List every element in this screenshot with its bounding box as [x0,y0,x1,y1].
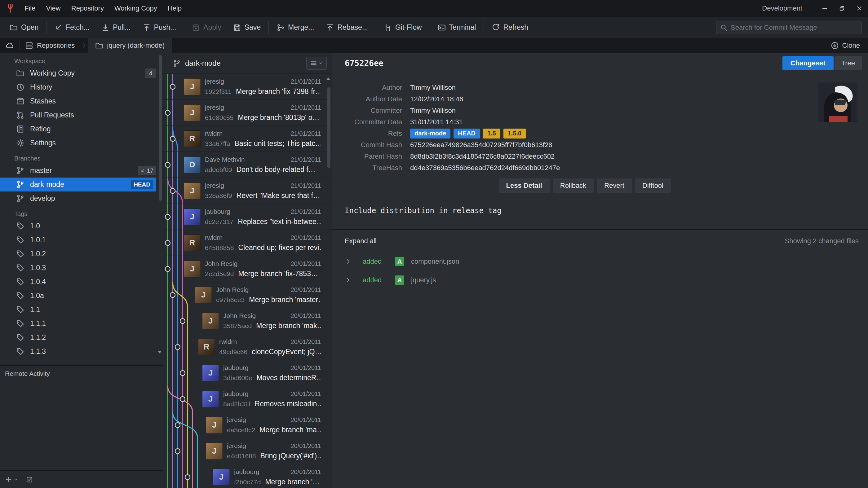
less-detail-button[interactable]: Less Detail [499,178,550,193]
changeset-tab[interactable]: Changeset [782,56,833,70]
toolbar-button-open[interactable]: Open [4,17,44,38]
commit-hash: 1922f311 [205,88,231,95]
commit-row[interactable]: Jjeresig20/01/2011e4d01688Bring jQuery('… [163,438,332,464]
expand-all-button[interactable]: Expand all [345,237,377,245]
detail-value-cell: dark-modeHEAD1.51.5.0 [410,128,856,139]
commit-row[interactable]: Jjaubourg20/01/2011f2b0c77dMerge branch … [163,464,332,488]
commit-row[interactable]: Jjaubourg21/01/2011dc2e7317Replaces "tex… [163,204,332,230]
toolbar-button-push[interactable]: Push... [137,17,182,38]
toolbar-button-rebase[interactable]: Rebase... [320,17,374,38]
search-input[interactable] [731,24,858,32]
sidebar-item-reflog[interactable]: Reflog [0,122,163,136]
difftool-button[interactable]: Difftool [635,178,671,193]
sidebar-item-1-1-3[interactable]: 1.1.3 [0,345,163,358]
detail-fields: AuthorTimmy Willison Author Date12/02/20… [345,82,856,173]
sidebar-item-history[interactable]: History [0,80,163,94]
commit-date: 20/01/2011 [290,312,321,320]
minimize-button[interactable] [816,0,833,17]
sidebar-item-1-0-4[interactable]: 1.0.4 [0,275,163,289]
tag-icon [16,264,25,272]
sidebar-item-stashes[interactable]: Stashes [0,94,163,108]
commit-avatar: J [184,261,200,277]
ref-badge-1-5[interactable]: 1.5 [483,129,500,138]
commit-scrollbar-thumb[interactable] [328,87,331,168]
sidebar-item-settings[interactable]: Settings [0,136,163,150]
sidebar-item-1-1-1[interactable]: 1.1.1 [0,317,163,331]
toolbar-button-refresh[interactable]: Refresh [486,17,534,38]
toolbar-button-merge[interactable]: Merge... [271,17,320,38]
close-button[interactable] [850,0,868,17]
repository-tab-jquery[interactable]: jquery (dark-mode) [88,38,172,53]
commit-rows: Jjeresig21/01/20111922f311Merge branch '… [163,74,332,488]
commit-row[interactable]: Rrwldrn20/01/201164588858Cleaned up; fix… [163,230,332,256]
clone-button[interactable]: Clone [823,38,868,53]
toolbar-button-fetch[interactable]: Fetch... [49,17,95,38]
commit-row[interactable]: Rrwldrn20/01/201149cd9c66cloneCopyEvent;… [163,334,332,360]
multi-select-button[interactable] [26,476,33,483]
sidebar-item-1-0-2[interactable]: 1.0.2 [0,247,163,261]
menu-file[interactable]: File [19,0,41,17]
commit-row[interactable]: Jjaubourg20/01/20113dbd600eMoves determi… [163,360,332,386]
commit-row[interactable]: Jjeresig20/01/2011ea5ce8c2Merge branch '… [163,412,332,438]
sidebar-item-1-0-3[interactable]: 1.0.3 [0,261,163,275]
commit-avatar: J [184,183,200,199]
ref-badge-dark-mode[interactable]: dark-mode [410,129,451,138]
toolbar-button-pull[interactable]: Pull... [95,17,137,38]
commit-scroll-up-arrow[interactable] [326,77,331,80]
sidebar-scrollbar-thumb[interactable] [159,55,162,201]
toolbar-button-git-flow[interactable]: Git-Flow [378,17,428,38]
commit-row[interactable]: JJohn Resig20/01/201135875acdMerge branc… [163,308,332,334]
add-repository-caret-icon[interactable] [13,478,18,482]
remote-activity-section[interactable]: Remote Activity [0,365,163,470]
sidebar-item-pull-requests[interactable]: Pull Requests [0,108,163,122]
commit-row[interactable]: Jjeresig21/01/20111922f311Merge branch '… [163,74,332,100]
remotes-button[interactable] [0,38,19,53]
menu-view[interactable]: View [41,0,66,17]
sidebar-item-1-1[interactable]: 1.1 [0,303,163,317]
sidebar-item-1-0-1[interactable]: 1.0.1 [0,233,163,247]
menu-repository[interactable]: Repository [66,0,109,17]
gitflow-icon [384,24,392,32]
commit-row-text: rwldrn20/01/201164588858Cleaned up; fixe… [205,234,321,252]
commit-filter-button[interactable] [306,57,327,70]
menu-help[interactable]: Help [162,0,187,17]
commit-row[interactable]: DDave Methvin21/01/2011ad0ebf00Don't do … [163,152,332,178]
toolbar-button-terminal[interactable]: Terminal [432,17,482,38]
toolbar-button-label: Terminal [449,23,476,32]
sidebar-item-1-0[interactable]: 1.0 [0,219,163,233]
commit-row[interactable]: Jjeresig21/01/201161e80c55Merge branch '… [163,100,332,126]
maximize-button[interactable] [833,0,850,17]
file-row[interactable]: addedAcomponent.json [332,252,868,271]
add-repository-button[interactable] [5,476,12,483]
commit-avatar: R [198,339,215,355]
tree-tab[interactable]: Tree [835,56,862,70]
toolbar-button-save[interactable]: Save [227,17,267,38]
ref-badge-1-5-0[interactable]: 1.5.0 [503,129,526,138]
commit-author: jaubourg [234,468,259,476]
file-row[interactable]: addedAjquery.js [332,271,868,289]
toolbar-button-label: Merge... [288,23,314,32]
sidebar-item-1-1-2[interactable]: 1.1.2 [0,331,163,345]
commit-row[interactable]: Rrwldrn21/01/201133a67ffaBasic unit test… [163,126,332,152]
sidebar-item-working-copy[interactable]: Working Copy4 [0,66,163,80]
sidebar-item-develop[interactable]: develop [0,192,163,205]
commit-avatar: R [184,234,200,251]
toolbar: OpenFetch...Pull...Push...ApplySaveMerge… [0,17,868,38]
toolbar-button-apply[interactable]: Apply [186,17,227,38]
sidebar-item-1-0a[interactable]: 1.0a [0,289,163,303]
detail-value: 12/02/2014 18:46 [410,95,463,103]
rollback-button[interactable]: Rollback [553,178,594,193]
ref-badge-head[interactable]: HEAD [454,129,480,138]
commit-row[interactable]: JJohn Resig20/01/2011c97b6ee3Merge branc… [163,282,332,308]
menu-working-copy[interactable]: Working Copy [109,0,162,17]
sidebar-scroll-down-arrow[interactable] [157,351,162,354]
breadcrumb-repositories[interactable]: Repositories [20,38,80,53]
push-icon [143,24,151,32]
commit-row[interactable]: JJohn Resig20/01/20112e2d5e9dMerge branc… [163,256,332,282]
sidebar-item-master[interactable]: master17 [0,164,163,177]
commit-row[interactable]: Jjeresig21/01/2011328a86f9Revert "Make s… [163,178,332,204]
commit-search-box[interactable] [716,21,862,34]
commit-row[interactable]: Jjaubourg20/01/20118ad2b31fRemoves misle… [163,386,332,412]
revert-button[interactable]: Revert [597,178,632,193]
sidebar-item-dark-mode[interactable]: dark-modeHEAD [0,177,156,192]
